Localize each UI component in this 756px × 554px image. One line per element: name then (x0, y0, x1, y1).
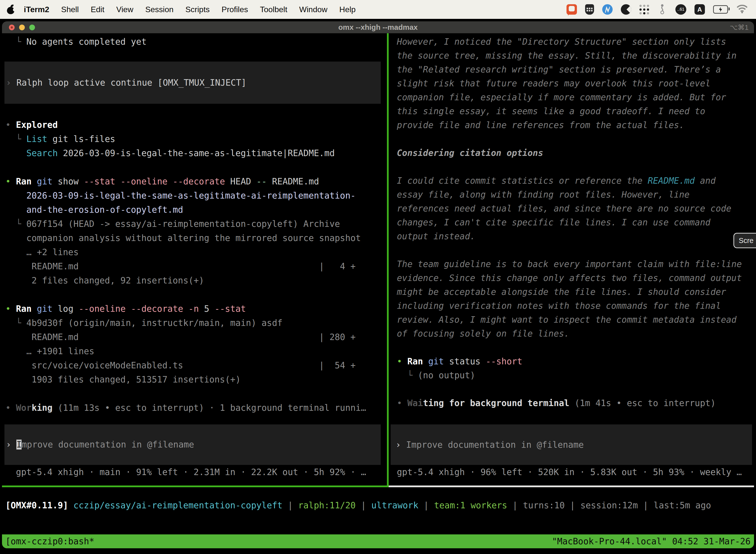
tmux-status-bar: [omx-cczip0:bash* "MacBook-Pro-44.local"… (2, 535, 754, 548)
menu-item[interactable]: Scripts (185, 5, 209, 14)
minimize-button[interactable] (19, 24, 25, 30)
menu-item[interactable]: Session (145, 5, 174, 14)
apple-menu-icon[interactable] (6, 4, 15, 15)
loom-icon[interactable] (621, 4, 631, 15)
app-grid-icon[interactable] (639, 5, 649, 14)
right-pane[interactable]: However, I noticed the "Directory Struct… (389, 33, 754, 487)
window-shortcut-hint: ⌥⌘1 (730, 23, 749, 32)
battery-bolt-icon (718, 7, 722, 12)
menu-item[interactable]: Edit (91, 5, 105, 14)
injected-prompt-box: › Ralph loop active continue [OMX_TMUX_I… (4, 62, 381, 104)
injected-prompt-text: › Ralph loop active continue [OMX_TMUX_I… (6, 76, 246, 90)
menu-item[interactable]: View (116, 5, 133, 14)
shield-grid-icon[interactable] (585, 4, 594, 15)
left-pane[interactable]: └ No agents completed yet › Ralph loop a… (2, 33, 387, 487)
omx-status-bar: [OMX#0.11.9] cczip/essay/ai-reimplementa… (5, 498, 754, 512)
letter-a-icon[interactable]: A (694, 4, 705, 15)
tmux-host-clock: "MacBook-Pro-44.local" 04:52 31-Mar-26 (552, 536, 751, 546)
menu-status-icons: ..61 A (567, 3, 750, 16)
agent-transcript-right: However, I noticed the "Directory Struct… (397, 35, 754, 410)
agents-summary: └ No agents completed yet (5, 35, 387, 49)
pane-divider[interactable] (387, 33, 389, 487)
menu-item[interactable]: Shell (61, 5, 79, 14)
title-bar[interactable]: omx --xhigh --madmax ⌥⌘1 (2, 21, 754, 33)
counter-badge-icon[interactable]: ..61 (675, 4, 686, 15)
traffic-lights (9, 21, 35, 33)
verified-badge-icon[interactable] (602, 4, 613, 15)
menu-item[interactable]: Window (299, 5, 327, 14)
iterm-window: omx --xhigh --madmax ⌥⌘1 └ No agents com… (2, 21, 754, 548)
prompt-input-left[interactable]: › Improve documentation in @filename (4, 425, 381, 465)
zoom-button[interactable] (29, 24, 35, 30)
menu-bar: iTerm2 ShellEditViewSessionScriptsProfil… (0, 0, 756, 19)
menu-item[interactable]: Profiles (222, 5, 248, 14)
prompt-input-right[interactable]: › Improve documentation in @filename (391, 425, 752, 465)
wifi-icon[interactable] (736, 4, 748, 15)
chat-icon[interactable] (567, 4, 577, 15)
menu-items: ShellEditViewSessionScriptsProfilesToolb… (61, 5, 368, 14)
menu-item[interactable]: Help (339, 5, 356, 14)
screen-share-overlay-tab[interactable]: Scre (734, 233, 756, 248)
session-stats-right: gpt-5.4 xhigh · 96% left · 520K in · 5.8… (397, 465, 754, 479)
tmux-session-label[interactable]: [omx-cczip0:bash* (5, 536, 94, 546)
session-stats-left: gpt-5.4 xhigh · main · 91% left · 2.31M … (5, 465, 387, 479)
scooter-icon[interactable] (657, 3, 667, 16)
agent-transcript-left: • Explored └ List git ls-files Search 20… (5, 118, 387, 415)
battery-icon[interactable] (713, 5, 728, 14)
close-button[interactable] (9, 24, 15, 30)
prompt-input-left-text: › Improve documentation in @filename (6, 438, 194, 452)
app-menu-iterm2[interactable]: iTerm2 (24, 5, 49, 14)
menu-item[interactable]: Toolbelt (260, 5, 287, 14)
window-title: omx --xhigh --madmax (2, 23, 754, 32)
prompt-input-right-text: › Improve documentation in @filename (396, 438, 584, 452)
